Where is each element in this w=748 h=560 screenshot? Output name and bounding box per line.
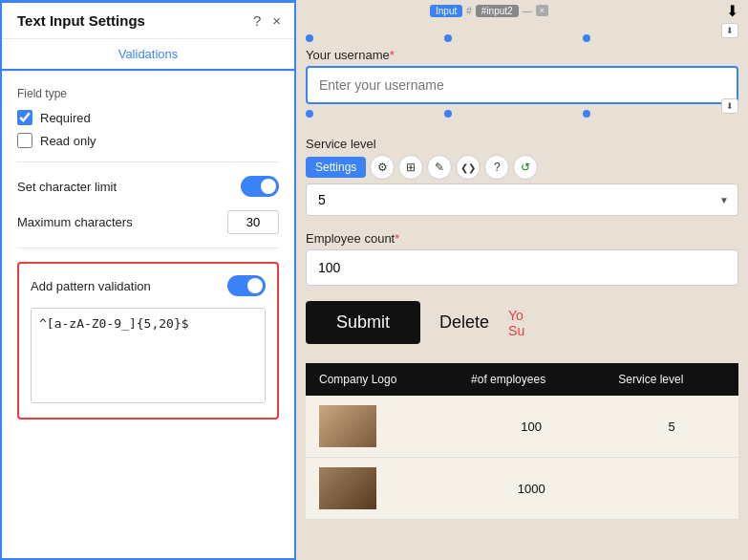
settings-panel: Text Input Settings ? × Validations Fiel…: [0, 0, 296, 560]
field-handle-bottom[interactable]: ⬇: [721, 98, 738, 114]
table-row: 1000: [306, 458, 738, 520]
max-chars-row: Maximum characters 30: [17, 210, 279, 234]
pattern-toggle[interactable]: ✓: [227, 275, 266, 296]
connector2: —: [523, 6, 532, 16]
char-limit-toggle[interactable]: ✓: [241, 176, 279, 197]
panel-header-icons: ? ×: [253, 12, 281, 29]
employee-field-wrapper: Employee count*: [306, 231, 738, 286]
handle-tc: [444, 34, 452, 42]
help-button[interactable]: ?: [253, 12, 261, 29]
field-handle-top[interactable]: ⬇: [721, 23, 738, 38]
divider-2: [17, 248, 279, 248]
pattern-label: Add pattern validation: [31, 279, 151, 293]
readonly-checkbox[interactable]: [17, 133, 32, 148]
connector: #: [466, 6, 472, 16]
right-panel: Input # #input2 — × ⬇ ⬇ Your username*: [296, 0, 748, 560]
table-header-row: Company Logo #of employees Service level: [306, 363, 738, 396]
char-limit-label: Set character limit: [17, 180, 117, 194]
username-label: Your username*: [306, 48, 738, 62]
panel-header: Text Input Settings ? ×: [2, 3, 294, 39]
logo-cell-1: [306, 396, 458, 458]
username-field-wrapper: ⬇ Your username* ⬇: [306, 31, 738, 121]
tabs-row: Validations: [2, 39, 294, 72]
toggle-check-icon: ✓: [267, 182, 274, 192]
service-cell-1: 5: [605, 396, 738, 458]
divider-1: [17, 162, 279, 162]
panel-body: Field type Required Read only Set charac…: [2, 72, 294, 558]
node-close-icon[interactable]: ×: [536, 5, 548, 16]
required-checkbox[interactable]: [17, 110, 32, 125]
edit-icon-btn[interactable]: ✎: [427, 155, 452, 180]
field-type-label: Field type: [17, 87, 279, 100]
submit-button[interactable]: Submit: [306, 301, 420, 344]
help-icon-btn[interactable]: ?: [484, 155, 509, 180]
service-level-select[interactable]: 5 1 2 3 4: [306, 183, 738, 216]
service-cell-2: [605, 458, 738, 520]
pattern-toggle-check-icon: ✓: [253, 281, 261, 291]
action-buttons: Submit Delete Yo Su: [306, 301, 738, 344]
node-bar: Input # #input2 — × ⬇: [296, 0, 748, 21]
id-tag[interactable]: #input2: [476, 5, 519, 17]
settings-button[interactable]: Settings: [306, 157, 366, 178]
company-logo-img-2: [319, 467, 376, 509]
handle-bl: [306, 110, 313, 118]
col-service: Service level: [605, 363, 738, 396]
refresh-icon-btn[interactable]: ↺: [513, 155, 538, 180]
employee-input[interactable]: [306, 249, 738, 286]
company-logo-img-1: [319, 405, 376, 447]
pattern-toggle-row: Add pattern validation ✓: [31, 275, 266, 296]
handle-br: [583, 110, 590, 118]
max-chars-label: Maximum characters: [17, 215, 133, 229]
employees-cell-1: 100: [458, 396, 605, 458]
handle-bc: [444, 110, 452, 118]
tab-validations[interactable]: Validations: [2, 39, 294, 71]
service-level-label: Service level: [306, 137, 738, 151]
close-button[interactable]: ×: [272, 12, 281, 29]
handle-tr: [583, 34, 590, 42]
employee-label: Employee count*: [306, 231, 738, 246]
input-tag[interactable]: Input: [430, 5, 462, 17]
required-label: Required: [40, 111, 91, 125]
nav-icon-btn[interactable]: ❮❯: [456, 155, 481, 180]
employees-cell-2: 1000: [458, 458, 605, 520]
col-employees: #of employees: [458, 363, 605, 396]
max-chars-input[interactable]: 30: [227, 210, 279, 234]
form-area: ⬇ Your username* ⬇ Service level Setting…: [306, 21, 738, 520]
table-row: 100 5: [306, 396, 738, 458]
logo-cell-2: [306, 458, 458, 520]
readonly-label: Read only: [40, 134, 96, 148]
readonly-row: Read only: [17, 133, 279, 148]
download-icon[interactable]: ⬇: [726, 2, 738, 20]
pattern-textarea[interactable]: ^[a-zA-Z0-9_]{5,20}$: [31, 308, 266, 403]
username-input[interactable]: [306, 66, 738, 104]
gear-icon-btn[interactable]: ⚙: [370, 155, 395, 180]
panel-title: Text Input Settings: [17, 12, 145, 29]
side-text: Yo Su: [508, 308, 524, 338]
grid-icon-btn[interactable]: ⊞: [398, 155, 423, 180]
char-limit-row: Set character limit ✓: [17, 176, 279, 197]
service-select-wrapper: 5 1 2 3 4 ▼: [306, 183, 738, 216]
delete-button[interactable]: Delete: [439, 312, 489, 333]
handle-tl: [306, 34, 313, 42]
data-table: Company Logo #of employees Service level…: [306, 363, 738, 520]
col-logo: Company Logo: [306, 363, 458, 396]
service-level-section: Service level Settings ⚙ ⊞ ✎ ❮❯ ? ↺ 5 1 …: [306, 137, 738, 216]
required-row: Required: [17, 110, 279, 125]
pattern-section: Add pattern validation ✓ ^[a-zA-Z0-9_]{5…: [17, 262, 279, 420]
service-toolbar: Settings ⚙ ⊞ ✎ ❮❯ ? ↺: [306, 155, 738, 180]
